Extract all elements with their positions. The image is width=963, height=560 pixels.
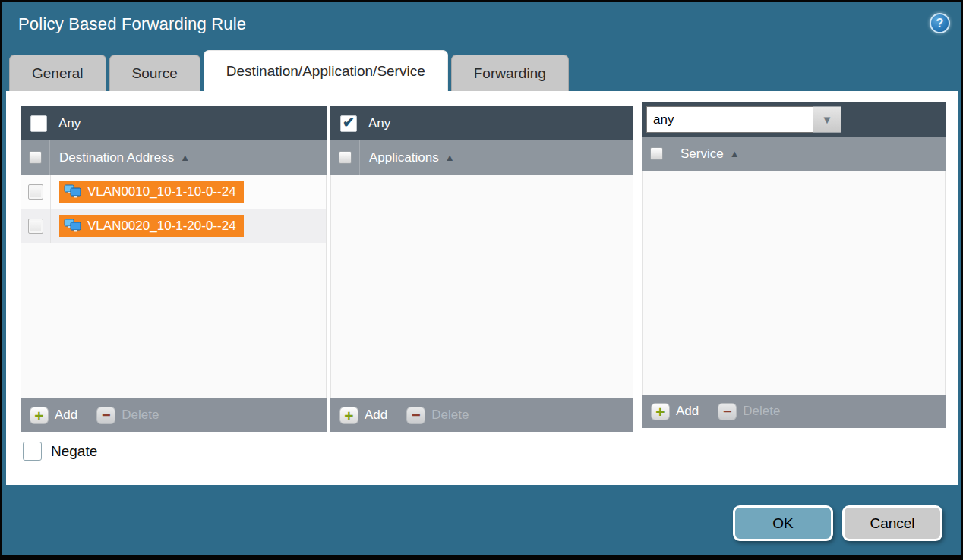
applications-panel: ✔ Any Applications ▲ + Add − Delete xyxy=(330,106,633,432)
destination-any-checkbox[interactable] xyxy=(30,115,47,132)
destination-any-label: Any xyxy=(58,116,81,131)
applications-any-checkbox[interactable]: ✔ xyxy=(340,115,357,132)
add-icon[interactable]: + xyxy=(339,407,358,424)
tab-content: Any Destination Address ▲ xyxy=(6,91,958,485)
service-dropdown-bar: ▼ xyxy=(642,102,946,137)
ok-button[interactable]: OK xyxy=(733,505,833,541)
service-column-header[interactable]: Service ▲ xyxy=(642,137,946,171)
network-icon xyxy=(64,219,82,233)
dialog-title: Policy Based Forwarding Rule xyxy=(18,14,246,34)
applications-column-header[interactable]: Applications ▲ xyxy=(330,140,633,175)
service-action-bar: + Add − Delete xyxy=(642,395,946,428)
chevron-down-icon: ▼ xyxy=(822,113,833,126)
address-object-chip[interactable]: VLAN0020_10-1-20-0--24 xyxy=(59,215,244,237)
sort-asc-icon: ▲ xyxy=(180,152,190,163)
row-checkbox[interactable] xyxy=(28,184,43,200)
table-row: VLAN0020_10-1-20-0--24 xyxy=(21,209,326,243)
applications-select-all-checkbox[interactable] xyxy=(339,151,352,164)
applications-any-bar: ✔ Any xyxy=(330,106,633,140)
delete-icon[interactable]: − xyxy=(96,407,115,424)
destination-add-button[interactable]: Add xyxy=(55,407,77,423)
tab-bar: General Source Destination/Application/S… xyxy=(9,50,572,91)
service-list xyxy=(642,171,946,395)
destination-select-all-checkbox[interactable] xyxy=(29,151,42,164)
applications-action-bar: + Add − Delete xyxy=(330,398,633,432)
destination-header-label: Destination Address xyxy=(59,150,174,165)
service-dropdown-button[interactable]: ▼ xyxy=(813,106,841,133)
destination-any-bar: Any xyxy=(21,106,327,140)
delete-icon[interactable]: − xyxy=(406,407,425,424)
applications-add-button[interactable]: Add xyxy=(365,407,387,423)
tab-forwarding[interactable]: Forwarding xyxy=(451,55,569,91)
add-icon[interactable]: + xyxy=(30,407,49,424)
add-icon[interactable]: + xyxy=(651,403,670,420)
delete-icon[interactable]: − xyxy=(718,403,737,420)
service-combo: ▼ xyxy=(646,106,841,133)
destination-action-bar: + Add − Delete xyxy=(21,398,327,432)
destination-column-header[interactable]: Destination Address ▲ xyxy=(21,140,327,175)
service-header-label: Service xyxy=(680,146,724,162)
applications-delete-button[interactable]: Delete xyxy=(431,407,469,423)
policy-based-forwarding-dialog: Policy Based Forwarding Rule ? General S… xyxy=(0,0,963,560)
tab-general[interactable]: General xyxy=(9,55,106,91)
sort-asc-icon: ▲ xyxy=(445,152,455,163)
address-object-label: VLAN0010_10-1-10-0--24 xyxy=(87,184,236,200)
address-object-label: VLAN0020_10-1-20-0--24 xyxy=(87,219,236,234)
service-select-all-checkbox[interactable] xyxy=(650,147,663,160)
network-icon xyxy=(64,184,82,199)
sort-asc-icon: ▲ xyxy=(730,148,740,159)
negate-label: Negate xyxy=(51,443,97,460)
row-checkbox[interactable] xyxy=(28,219,43,234)
service-panel: ▼ Service ▲ + Add − Delete xyxy=(642,102,946,428)
help-icon[interactable]: ? xyxy=(930,13,950,33)
cancel-button[interactable]: Cancel xyxy=(842,505,942,541)
negate-checkbox[interactable] xyxy=(23,442,42,461)
applications-any-label: Any xyxy=(368,116,390,131)
destination-panel: Any Destination Address ▲ xyxy=(21,106,327,432)
negate-control: Negate xyxy=(23,442,97,461)
destination-list: VLAN0010_10-1-10-0--24 VLAN xyxy=(21,175,327,398)
destination-delete-button[interactable]: Delete xyxy=(122,407,159,423)
service-delete-button[interactable]: Delete xyxy=(743,404,780,419)
applications-header-label: Applications xyxy=(369,150,439,165)
service-add-button[interactable]: Add xyxy=(676,404,699,419)
tab-source[interactable]: Source xyxy=(109,55,200,91)
service-dropdown-input[interactable] xyxy=(646,106,813,133)
check-icon: ✔ xyxy=(343,114,355,131)
applications-list xyxy=(330,175,633,398)
tab-destination-application-service[interactable]: Destination/Application/Service xyxy=(204,50,448,91)
table-row: VLAN0010_10-1-10-0--24 xyxy=(21,175,326,209)
address-object-chip[interactable]: VLAN0010_10-1-10-0--24 xyxy=(59,181,244,203)
